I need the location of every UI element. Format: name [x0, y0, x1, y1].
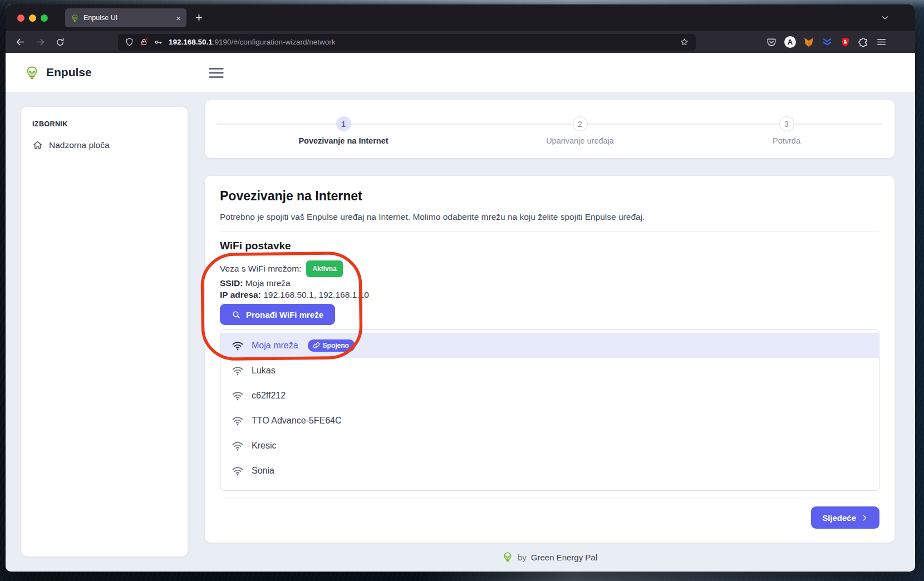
connected-badge: Spojeno [308, 339, 355, 352]
network-name: c62ff212 [252, 391, 286, 401]
wifi-icon [231, 464, 244, 477]
sidebar-title: IZBORNIK [32, 120, 176, 128]
wizard-stepper: 1 Povezivanje na Internet 2 Uparivanje u… [205, 100, 894, 158]
new-tab-button[interactable]: + [195, 12, 203, 24]
step-3-label: Potvrda [714, 136, 859, 145]
browser-tab-bar: Enpulse UI × + [6, 4, 915, 31]
browser-window: Enpulse UI × + 192.168.50.1:9 [6, 4, 915, 572]
pocket-icon[interactable] [766, 37, 777, 48]
wifi-network-row[interactable]: c62ff212 [220, 383, 879, 408]
extension-icons: A [766, 36, 887, 48]
step-2-circle: 2 [573, 116, 588, 131]
tab-favicon-icon [71, 14, 79, 22]
sidebar: IZBORNIK Nadzorna ploča [21, 107, 188, 557]
app-brand-name: Enpulse [46, 66, 92, 79]
chevron-right-icon [861, 514, 868, 521]
app-menu-button[interactable] [209, 67, 224, 78]
divider [220, 231, 879, 232]
link-icon [313, 342, 320, 349]
extensions-puzzle-icon[interactable] [858, 37, 869, 48]
connected-badge-label: Spojeno [323, 342, 349, 349]
wifi-icon [231, 389, 244, 402]
step-2-label: Uparivanje uređaja [508, 136, 652, 145]
wifi-network-row[interactable]: Kresic [220, 433, 879, 458]
url-path: :9190/#/configuration-wizard/network [213, 38, 336, 46]
maximize-window-button[interactable] [41, 14, 48, 22]
network-name: TTO Advance-5FE64C [252, 416, 342, 426]
minimize-window-button[interactable] [29, 14, 36, 22]
connection-label: Veza s WiFi mrežom: [220, 262, 301, 275]
wifi-network-list: Moja mrežaSpojenoLukasc62ff212TTO Advanc… [220, 329, 879, 491]
scan-wifi-button[interactable]: Pronađi WiFi mreže [220, 304, 335, 325]
wifi-network-row[interactable]: Sonia [220, 458, 879, 483]
search-icon [232, 310, 241, 319]
home-icon [32, 140, 43, 150]
bookmark-star-icon[interactable] [680, 37, 689, 47]
step-3: 3 Potvrda [714, 116, 859, 145]
page-footer: by Green Energy Pal [205, 549, 894, 565]
wifi-network-row[interactable]: TTO Advance-5FE64C [220, 408, 879, 433]
footer-by: by [518, 553, 527, 562]
list-tabs-chevron-icon[interactable] [881, 13, 889, 22]
ssid-value: Moja mreža [245, 278, 291, 288]
tab-close-icon[interactable]: × [176, 14, 181, 22]
red-shield-lock-icon[interactable] [840, 37, 851, 47]
desktop-wallpaper: Enpulse UI × + 192.168.50.1:9 [0, 0, 924, 581]
metamask-fox-icon[interactable] [803, 37, 814, 48]
wifi-section-title: WiFi postavke [220, 239, 879, 253]
tab-title: Enpulse UI [83, 14, 117, 22]
sidebar-item-label: Nadzorna ploča [49, 140, 110, 150]
wizard-title: Povezivanje na Internet [220, 188, 879, 204]
window-controls [6, 14, 48, 22]
shield-icon[interactable] [125, 37, 134, 47]
wifi-icon [231, 364, 244, 377]
wizard-card: Povezivanje na Internet Potrebno je spoj… [205, 176, 894, 543]
close-window-button[interactable] [17, 14, 24, 22]
app-header: Enpulse [6, 53, 915, 92]
ssid-label: SSID: [220, 278, 243, 288]
wifi-network-row[interactable]: Lukas [220, 358, 879, 383]
reload-button[interactable] [52, 35, 68, 50]
wizard-description: Potrebno je spojiti vaš Enpulse uređaj n… [220, 211, 879, 223]
browser-toolbar: 192.168.50.1:9190/#/configuration-wizard… [6, 31, 915, 53]
divider-bottom [220, 499, 879, 499]
next-button-label: Sljedeće [822, 513, 856, 523]
network-name: Sonia [252, 466, 274, 476]
next-button[interactable]: Sljedeće [811, 506, 879, 529]
footer-brand: Green Energy Pal [531, 553, 597, 562]
ip-value: 192.168.50.1, 192.168.1.10 [263, 290, 369, 299]
blue-chevrons-icon[interactable] [822, 37, 833, 48]
wifi-icon [231, 339, 244, 352]
network-name: Moja mreža [252, 341, 298, 351]
step-1-circle: 1 [336, 116, 351, 131]
status-badge: Aktivna [306, 260, 342, 277]
wifi-icon [231, 414, 244, 427]
url-host: 192.168.50.1 [169, 38, 213, 46]
ssid-row: SSID: Moja mreža [220, 277, 879, 289]
address-bar[interactable]: 192.168.50.1:9190/#/configuration-wizard… [118, 34, 696, 51]
key-icon[interactable] [154, 37, 164, 47]
back-button[interactable] [12, 35, 28, 50]
network-name: Kresic [252, 441, 276, 451]
footer-logo-icon [502, 552, 513, 563]
wifi-connection-status-row: Veza s WiFi mrežom: Aktivna [220, 260, 879, 277]
step-3-circle: 3 [779, 116, 794, 131]
step-1-label: Povezivanje na Internet [271, 136, 416, 145]
url-text: 192.168.50.1:9190/#/configuration-wizard… [169, 38, 335, 46]
forward-button[interactable] [32, 35, 48, 50]
wifi-icon [231, 439, 244, 452]
wifi-network-row[interactable]: Moja mrežaSpojeno [220, 333, 879, 358]
scan-wifi-button-label: Pronađi WiFi mreže [246, 310, 323, 319]
browser-tab[interactable]: Enpulse UI × [65, 8, 186, 27]
network-name: Lukas [252, 366, 276, 376]
sidebar-item-dashboard[interactable]: Nadzorna ploča [32, 140, 176, 150]
wizard-actions: Sljedeće [220, 506, 879, 529]
step-2: 2 Uparivanje uređaja [508, 116, 652, 145]
browser-menu-icon[interactable] [876, 37, 887, 47]
step-1: 1 Povezivanje na Internet [271, 116, 416, 145]
enpulse-logo-icon [24, 65, 40, 80]
page-content: IZBORNIK Nadzorna ploča 1 Povezivanje na… [6, 92, 915, 572]
a-extension-icon[interactable]: A [784, 36, 796, 48]
insecure-lock-icon[interactable] [139, 37, 149, 47]
ip-row: IP adresa: 192.168.50.1, 192.168.1.10 [220, 289, 879, 301]
